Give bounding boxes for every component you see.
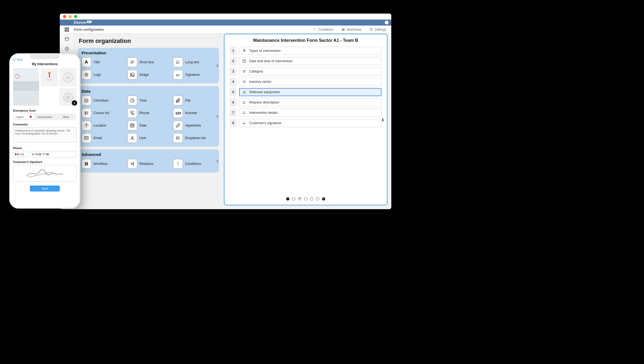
toolbar: Form configuration Conditions Workflows … — [60, 26, 391, 34]
tile-number[interactable]: 123Number — [173, 108, 215, 118]
tile-time[interactable]: Time — [127, 96, 170, 105]
svg-rect-32 — [85, 137, 88, 139]
pager-dot[interactable] — [298, 197, 301, 200]
segment-inconvenient[interactable]: Inconvenient — [34, 115, 55, 118]
tile-hyperlinks[interactable]: Hyperlinks — [173, 121, 215, 130]
tile-conditions[interactable]: Conditions — [173, 159, 215, 169]
form-field-row[interactable]: 8Customer's signature — [230, 119, 382, 127]
field-cell[interactable]: Request description — [239, 98, 382, 106]
signature-pad[interactable] — [13, 165, 77, 182]
sidebar-item-clock[interactable] — [64, 46, 69, 51]
field-cell[interactable]: Category — [239, 67, 382, 76]
link-icon — [173, 121, 183, 130]
workflows-link[interactable]: Workflows — [341, 28, 362, 32]
tile-signature[interactable]: Signature — [173, 70, 215, 80]
pager-add[interactable]: + — [322, 197, 325, 200]
field-index: 4 — [230, 78, 236, 86]
form-field-row[interactable]: 2Date and time of intervention — [230, 57, 382, 65]
form-field-row[interactable]: 5Relevant equipment — [230, 88, 382, 96]
pager-dot[interactable] — [304, 197, 307, 200]
tile-phone[interactable]: Phone — [127, 108, 170, 118]
comments-input[interactable] — [13, 127, 77, 143]
calendar-icon — [64, 36, 69, 41]
segment-minor[interactable]: Minor — [55, 115, 77, 118]
minimize-window-button[interactable] — [68, 15, 72, 18]
svg-point-29 — [131, 126, 132, 126]
tile-file[interactable]: File — [173, 96, 215, 105]
tile-label: Logo — [93, 73, 101, 77]
pager-dot[interactable] — [316, 197, 319, 200]
svg-point-37 — [176, 137, 177, 137]
gallery-thumb[interactable] — [41, 68, 58, 86]
user-icon — [127, 133, 137, 143]
form-field-row[interactable]: 1ATypes of intervention — [230, 47, 382, 55]
close-window-button[interactable] — [63, 15, 66, 18]
field-index: 6 — [230, 98, 236, 106]
field-cell[interactable]: Customer's signature — [239, 119, 382, 127]
phone-number-input[interactable] — [30, 151, 77, 158]
add-photo-button[interactable]: + — [72, 100, 77, 106]
maximize-window-button[interactable] — [74, 15, 77, 18]
tile-image[interactable]: Image — [127, 70, 170, 80]
chevron-right-icon[interactable] — [215, 114, 220, 119]
brand-bar: Daxium Air — [60, 20, 391, 26]
tile-user[interactable]: User — [127, 133, 170, 143]
time-icon — [127, 96, 137, 105]
chevron-right-icon[interactable] — [215, 159, 220, 163]
gallery-thumb[interactable] — [60, 68, 77, 86]
tile-choice-list[interactable]: Choice list — [82, 108, 124, 118]
tile-date[interactable]: Date — [127, 121, 170, 130]
conditions-link[interactable]: Conditions — [313, 28, 334, 32]
pager-remove[interactable]: − — [286, 197, 289, 200]
field-index: 2 — [230, 57, 236, 65]
reorder-handle[interactable]: ▲▼ — [382, 117, 384, 122]
tile-checkbox[interactable]: Checkbox — [82, 96, 124, 105]
tile-workflow[interactable]: Workflow — [82, 159, 124, 169]
emergency-segmented[interactable]: Urgent Inconvenient Minor — [13, 114, 77, 120]
field-index: 5 — [230, 88, 236, 96]
tile-relations[interactable]: Relations — [127, 159, 170, 169]
dropdown-icon — [173, 133, 183, 143]
field-cell[interactable]: Intervention details — [239, 109, 382, 117]
sidebar-item-calendar[interactable] — [64, 36, 69, 41]
svg-point-33 — [132, 137, 133, 138]
tile-title[interactable]: ATitle — [82, 57, 124, 67]
form-field-row[interactable]: 7Intervention details — [230, 109, 382, 117]
country-code-select[interactable]: +33⌄ — [13, 151, 29, 158]
tile-email[interactable]: Email — [82, 133, 124, 143]
segment-urgent-label: Urgent — [16, 115, 24, 118]
chevron-right-icon[interactable] — [215, 64, 220, 68]
svg-point-18 — [85, 112, 86, 112]
settings-link[interactable]: Settings — [369, 28, 386, 32]
field-cell[interactable]: ATypes of intervention — [239, 47, 382, 55]
section-title-advanced: Advanced — [82, 152, 215, 157]
field-cell[interactable]: Relevant equipment — [239, 88, 382, 96]
clock-icon — [64, 46, 69, 51]
form-field-row[interactable]: 6Request description — [230, 98, 382, 106]
form-field-row[interactable]: 4Industry sector — [230, 78, 382, 86]
back-icon — [13, 58, 15, 61]
tile-short-text[interactable]: Short text — [127, 57, 170, 67]
pager-dot[interactable] — [292, 197, 295, 200]
apps-menu-button[interactable] — [60, 27, 74, 32]
field-cell[interactable]: Date and time of intervention — [239, 57, 382, 65]
svg-point-61 — [47, 77, 51, 80]
form-field-row[interactable]: 3Category — [230, 67, 382, 76]
pager-dot[interactable] — [310, 197, 313, 200]
field-cell[interactable]: Industry sector — [239, 78, 382, 86]
email-icon — [82, 133, 91, 143]
tile-dropdown[interactable]: Dropdown list — [173, 133, 215, 143]
tile-long-text[interactable]: Long text — [173, 57, 215, 67]
tile-label: Phone — [139, 111, 149, 115]
form-preview: ▲▼ Maintenance Intervention Form Sector … — [224, 34, 387, 205]
save-button[interactable]: Save — [30, 186, 60, 192]
svg-point-31 — [133, 126, 133, 126]
svg-point-1 — [314, 30, 315, 31]
tile-logo[interactable]: Logo — [82, 70, 124, 80]
svg-point-20 — [85, 113, 86, 114]
svg-point-39 — [176, 139, 177, 139]
tile-location[interactable]: Location — [82, 121, 124, 130]
conditions-label: Conditions — [318, 28, 334, 32]
user-avatar[interactable] — [385, 21, 389, 24]
gallery-main-image[interactable] — [13, 68, 39, 106]
